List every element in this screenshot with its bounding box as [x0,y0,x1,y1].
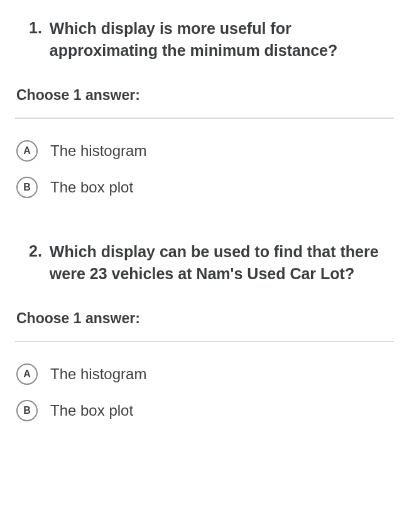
question-1-number: 1. [29,18,42,39]
question-2-option-b[interactable]: B The box plot [15,392,394,429]
question-2-row: 2. Which display can be used to find tha… [15,241,394,285]
option-label: The box plot [50,179,133,196]
option-label: The box plot [50,402,133,419]
question-1-option-b[interactable]: B The box plot [15,169,394,206]
option-label: The histogram [50,142,146,160]
question-1-row: 1. Which display is more useful for appr… [15,18,394,62]
question-2-block: 2. Which display can be used to find tha… [15,241,394,429]
question-2-divider [15,341,394,342]
question-2-option-a[interactable]: A The histogram [15,356,394,392]
option-letter-circle: A [16,140,38,162]
question-1-block: 1. Which display is more useful for appr… [15,18,394,206]
option-label: The histogram [50,365,146,383]
question-1-instruction: Choose 1 answer: [15,87,394,104]
option-letter-circle: A [16,363,38,385]
option-letter-circle: B [16,400,38,421]
option-letter-circle: B [16,177,38,198]
question-1-option-a[interactable]: A The histogram [15,133,394,169]
question-1-text: Which display is more useful for approxi… [50,18,394,62]
question-2-number: 2. [29,241,42,262]
question-1-divider [15,118,394,119]
question-2-instruction: Choose 1 answer: [15,310,394,327]
question-2-text: Which display can be used to find that t… [50,241,394,285]
